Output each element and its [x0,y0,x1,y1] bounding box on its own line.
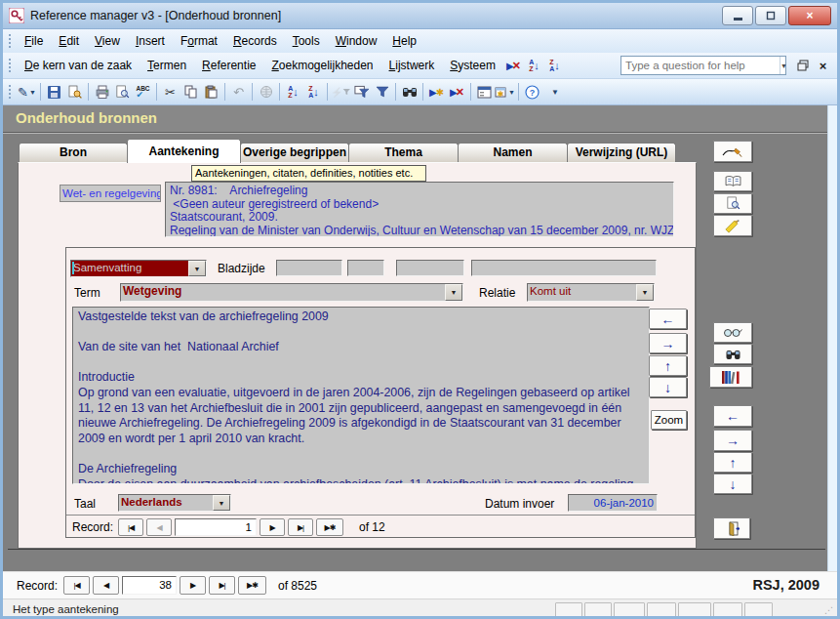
menu-item-systeem[interactable]: Systeem [442,56,503,75]
chevron-down-icon[interactable]: ▼ [213,495,230,511]
tab-verwijzing-url[interactable]: Verwijzing (URL) [567,143,676,162]
bladzijde-field-1[interactable] [276,260,342,276]
scroll-up-button[interactable]: ↑ [649,355,687,376]
sort-descending-icon[interactable]: ZA↓ [544,56,565,75]
tab-namen[interactable]: Namen [458,143,568,162]
apply-filter-icon[interactable] [372,82,392,102]
taal-combo[interactable]: Nederlands ▼ [118,494,231,512]
mdi-restore-icon[interactable] [792,56,813,75]
bladzijde-field-4[interactable] [471,260,657,276]
exit-form-button[interactable] [713,517,750,539]
scroll-down-button[interactable]: ↓ [649,377,687,397]
tab-thema[interactable]: Thema [348,143,459,162]
main-first-record-button[interactable]: |◀ [63,576,90,595]
tab-overige-begrippen[interactable]: Overige begrippen [240,143,349,162]
menu-item-file[interactable]: File [17,31,51,51]
undo-icon[interactable]: ↶ [228,82,249,102]
subform-previous-record-button[interactable]: ◀ [146,518,172,536]
menu-item-termen[interactable]: Termen [140,56,194,75]
print-preview-button[interactable] [713,193,752,214]
term-combo[interactable]: Wetgeving ▼ [120,283,463,302]
zoom-button[interactable]: Zoom [651,410,687,430]
print-icon[interactable] [92,82,112,102]
edit-pen-button[interactable] [713,141,752,162]
tab-aantekening[interactable]: Aantekening [127,139,241,163]
resize-grip[interactable]: ⋰ [824,605,834,615]
subform-record-number-field[interactable]: 1 [175,518,257,536]
help-search-input[interactable] [621,60,780,71]
binoculars-button[interactable] [713,344,752,364]
menu-item-view[interactable]: View [87,31,128,51]
save-icon[interactable] [44,82,64,102]
help-search-box[interactable]: ▼ [620,56,786,75]
file-search-icon[interactable] [64,82,85,102]
glasses-button[interactable] [713,322,752,343]
main-previous-record-button[interactable]: ◀ [93,576,119,595]
subform-last-record-button[interactable]: ▶| [288,518,313,536]
menu-item-records[interactable]: Records [225,31,285,51]
minimize-button[interactable] [722,6,753,25]
database-window-icon[interactable] [474,82,495,102]
paste-icon[interactable] [201,82,221,102]
filter-by-selection-icon[interactable]: ⚡ [331,82,351,102]
chevron-down-icon[interactable]: ▼ [636,284,654,301]
mdi-close-icon[interactable]: × [813,56,833,75]
subform-first-record-button[interactable]: |◀ [118,518,143,536]
main-next-record-button[interactable]: ▶ [180,576,206,595]
menu-item-lijstwerk[interactable]: Lijstwerk [381,56,443,75]
book-button[interactable] [713,171,752,191]
menu-item-insert[interactable]: Insert [128,31,173,51]
delete-record-icon[interactable]: ▶✕ [447,82,467,102]
note-text-area[interactable]: Vastgestelde tekst van de archiefregelin… [72,307,650,484]
bladzijde-field-2[interactable] [347,260,384,276]
menu-item-referentie[interactable]: Referentie [194,56,263,75]
toolbar-grip[interactable] [8,58,13,73]
menu-item-window[interactable]: Window [328,31,385,51]
filter-by-form-icon[interactable] [351,82,372,102]
library-books-button[interactable] [709,366,752,388]
design-view-icon[interactable]: ✎▼ [17,82,37,102]
remove-filter-icon[interactable]: ▶✕ [503,56,524,75]
pencil-edit-button[interactable] [713,215,752,236]
scroll-right-button[interactable]: → [649,333,687,353]
menu-item-edit[interactable]: Edit [51,31,87,51]
menu-item-help[interactable]: Help [384,31,424,51]
datum-invoer-field[interactable]: 06-jan-2010 [568,494,658,512]
main-last-record-button[interactable]: ▶| [209,576,235,595]
cut-icon[interactable]: ✂ [160,82,180,102]
subform-new-record-button[interactable]: ▶✱ [316,518,343,536]
tab-bron[interactable]: Bron [19,143,128,162]
previous-source-button[interactable]: ← [713,405,752,427]
spelling-icon[interactable]: ABC✔ [133,82,153,102]
menu-item-format[interactable]: Format [173,31,225,51]
toolbar-options-icon[interactable]: ▼ [544,82,565,102]
main-new-record-button[interactable]: ▶✱ [238,576,266,595]
sort-ascending-icon[interactable]: AZ↓ [524,56,544,75]
main-record-number-field[interactable]: 38 [122,576,177,595]
help-icon[interactable]: ? [522,82,542,102]
note-type-combo[interactable]: Samenvatting ▼ [70,260,207,277]
down-source-button[interactable]: ↓ [713,474,752,494]
chevron-down-icon[interactable]: ▼ [445,284,462,301]
insert-hyperlink-icon[interactable] [256,82,276,102]
next-source-button[interactable]: → [713,430,752,451]
sort-ascending-icon[interactable]: AZ↓ [283,82,303,102]
new-object-icon[interactable]: ✱▼ [495,82,515,102]
relatie-combo[interactable]: Komt uit ▼ [527,283,655,302]
up-source-button[interactable]: ↑ [713,452,752,473]
copy-icon[interactable] [180,82,201,102]
find-icon[interactable] [399,82,420,102]
toolbar-grip[interactable] [8,33,13,49]
subform-next-record-button[interactable]: ▶ [260,518,285,536]
maximize-restore-button[interactable] [755,6,786,25]
chevron-down-icon[interactable]: ▼ [780,57,787,74]
print-preview-icon[interactable] [112,82,133,102]
bladzijde-field-3[interactable] [396,260,464,276]
menu-item-tools[interactable]: Tools [285,31,328,51]
toolbar-grip[interactable] [8,84,13,100]
chevron-down-icon[interactable]: ▼ [188,261,206,276]
menu-item-zoekmogelijkheden[interactable]: Zoekmogelijkheden [263,56,380,75]
sort-descending-icon[interactable]: ZA↓ [303,82,324,102]
menu-item-de-kern-van-de-zaak[interactable]: De kern van de zaak [17,56,140,75]
scroll-left-button[interactable]: ← [649,309,687,329]
